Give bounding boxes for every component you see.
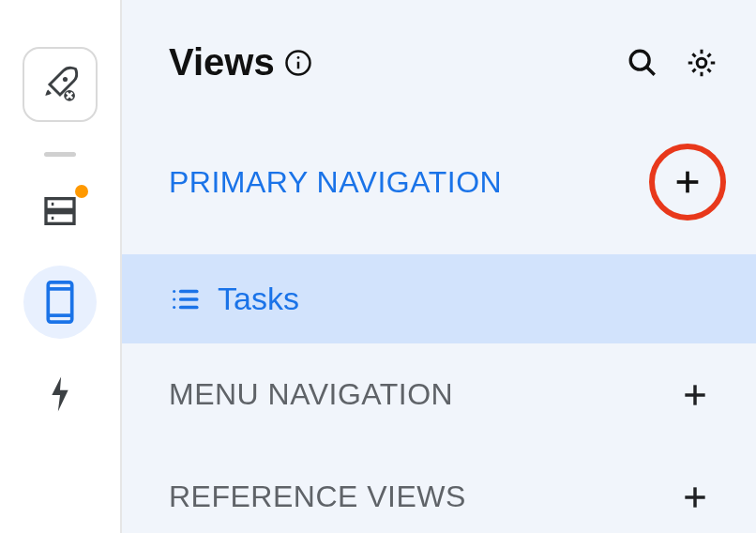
rocket-launch-button[interactable]: [23, 47, 98, 122]
svg-point-11: [296, 56, 299, 59]
section-label-reference: REFERENCE VIEWS: [169, 480, 466, 514]
section-label-menu: MENU NAVIGATION: [169, 377, 453, 412]
add-primary-view-button[interactable]: [649, 144, 726, 221]
svg-rect-2: [46, 199, 74, 210]
drag-handle[interactable]: [44, 152, 76, 157]
settings-button[interactable]: [685, 46, 718, 80]
svg-point-12: [630, 51, 649, 69]
svg-point-0: [63, 77, 68, 82]
data-tab-button[interactable]: [41, 192, 79, 230]
plus-icon: [680, 482, 710, 512]
panel-title: Views: [169, 41, 275, 84]
server-icon: [41, 192, 79, 230]
device-icon: [44, 280, 76, 325]
views-panel: Views: [122, 0, 756, 533]
plus-icon: [680, 380, 710, 410]
panel-header: Views: [122, 41, 756, 110]
lightning-icon: [48, 374, 72, 414]
automation-tab-button[interactable]: [48, 374, 72, 414]
section-primary-navigation: PRIMARY NAVIGATION: [122, 110, 756, 254]
view-item-tasks[interactable]: Tasks: [122, 254, 756, 343]
plus-icon: [672, 166, 703, 198]
left-rail: [0, 0, 122, 533]
svg-line-13: [646, 67, 655, 75]
list-icon: [169, 283, 201, 315]
section-menu-navigation: MENU NAVIGATION: [122, 343, 756, 446]
svg-point-19: [173, 305, 175, 308]
svg-point-14: [697, 58, 706, 68]
search-icon: [627, 47, 658, 79]
info-icon[interactable]: [284, 49, 312, 77]
view-item-label: Tasks: [218, 281, 299, 317]
views-tab-button[interactable]: [23, 266, 97, 339]
svg-point-17: [173, 289, 175, 292]
gear-icon: [685, 46, 718, 80]
rocket-icon: [39, 64, 81, 105]
svg-point-18: [173, 297, 175, 300]
svg-rect-3: [46, 213, 74, 224]
search-button[interactable]: [627, 47, 658, 79]
section-label-primary: PRIMARY NAVIGATION: [169, 165, 502, 200]
add-menu-view-button[interactable]: [679, 379, 711, 411]
section-reference-views: REFERENCE VIEWS: [122, 446, 756, 533]
notification-dot: [75, 185, 88, 198]
add-reference-view-button[interactable]: [679, 481, 711, 513]
